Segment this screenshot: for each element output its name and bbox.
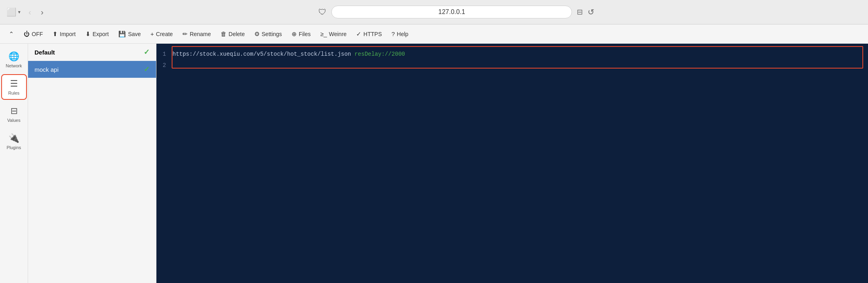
delete-icon: 🗑: [221, 30, 227, 37]
sidebar-toggle-icon: ⬜: [6, 7, 16, 17]
editor-line-2: 2: [156, 61, 868, 73]
plugins-icon: 🔌: [8, 133, 19, 144]
export-icon: ⬇: [85, 30, 91, 38]
rule-item-default[interactable]: Default ✓: [28, 44, 156, 61]
address-bar-input[interactable]: [331, 6, 572, 18]
editor-content: 1 https://stock.xueqiu.com/v5/stock/hot_…: [156, 47, 868, 76]
shield-icon: 🛡: [318, 8, 327, 17]
collapse-button[interactable]: ⌃: [5, 28, 18, 40]
sidebar-item-values-label: Values: [7, 118, 20, 123]
rules-icon: ☰: [10, 79, 18, 89]
line-1-url: https://stock.xueqiu.com/v5/stock/hot_st…: [172, 51, 351, 57]
line-content-1[interactable]: https://stock.xueqiu.com/v5/stock/hot_st…: [172, 51, 868, 57]
app-toolbar: ⌃ ⏻ OFF ⬆ Import ⬇ Export 💾 Save + Creat…: [0, 24, 868, 44]
rule-item-mock-api-label: mock api: [34, 66, 59, 73]
help-button[interactable]: ? Help: [387, 28, 412, 40]
network-icon: 🌐: [8, 51, 19, 62]
export-button[interactable]: ⬇ Export: [81, 28, 113, 40]
rename-button[interactable]: ✏ Rename: [178, 28, 215, 40]
save-icon: 💾: [118, 30, 126, 38]
off-button[interactable]: ⏻ OFF: [20, 28, 47, 40]
sidebar-item-values[interactable]: ⊟ Values: [1, 101, 27, 127]
translate-icon: ⊟: [577, 8, 583, 16]
rule-list-panel: Default ✓ mock api ✓: [28, 44, 156, 283]
https-button[interactable]: ✓ HTTPS: [352, 28, 386, 40]
delete-button[interactable]: 🗑 Delete: [217, 28, 249, 40]
sidebar-toggle-button[interactable]: ⬜ ▾: [6, 7, 20, 17]
main-area: 🌐 Network ☰ Rules ⊟ Values 🔌 Plugins Def…: [0, 44, 868, 283]
delete-label: Delete: [229, 31, 245, 37]
create-button[interactable]: + Create: [146, 28, 177, 40]
settings-button[interactable]: ⚙ Settings: [250, 28, 286, 40]
files-icon: ⊕: [292, 30, 297, 38]
rule-item-default-label: Default: [34, 49, 55, 56]
line-content-2[interactable]: [172, 62, 868, 69]
sidebar-item-plugins[interactable]: 🔌 Plugins: [1, 129, 27, 154]
collapse-icon: ⌃: [9, 30, 14, 38]
sidebar-item-rules-label: Rules: [8, 91, 19, 95]
files-button[interactable]: ⊕ Files: [288, 28, 315, 40]
power-icon: ⏻: [24, 30, 30, 37]
import-button[interactable]: ⬆ Import: [49, 28, 80, 40]
sidebar: 🌐 Network ☰ Rules ⊟ Values 🔌 Plugins: [0, 44, 28, 283]
save-label: Save: [128, 31, 141, 37]
export-label: Export: [93, 31, 109, 37]
sidebar-item-network-label: Network: [6, 63, 22, 68]
create-icon: +: [150, 30, 154, 37]
refresh-icon[interactable]: ↺: [588, 7, 594, 17]
https-label: HTTPS: [363, 31, 382, 37]
weinre-label: Weinre: [329, 31, 347, 37]
sidebar-item-plugins-label: Plugins: [6, 145, 21, 150]
line-1-directive: resDelay://2000: [351, 51, 405, 57]
rename-label: Rename: [190, 31, 211, 37]
help-label: Help: [397, 31, 408, 37]
sidebar-item-rules[interactable]: ☰ Rules: [1, 74, 27, 100]
weinre-icon: ≥_: [320, 30, 327, 37]
rule-item-mock-api-check: ✓: [144, 65, 150, 74]
rule-item-mock-api[interactable]: mock api ✓: [28, 61, 156, 78]
back-button[interactable]: ‹: [25, 6, 34, 18]
off-label: OFF: [32, 31, 43, 37]
settings-label: Settings: [262, 31, 282, 37]
forward-button[interactable]: ›: [38, 6, 47, 18]
create-label: Create: [156, 31, 173, 37]
files-label: Files: [299, 31, 311, 37]
import-label: Import: [60, 31, 76, 37]
help-icon: ?: [391, 30, 395, 37]
sidebar-toggle-chevron: ▾: [18, 9, 20, 15]
import-icon: ⬆: [53, 30, 58, 38]
values-icon: ⊟: [10, 106, 18, 116]
rule-item-default-check: ✓: [144, 48, 150, 57]
line-number-1: 1: [156, 51, 172, 57]
sidebar-item-network[interactable]: 🌐 Network: [1, 47, 27, 73]
https-icon: ✓: [356, 30, 361, 38]
save-button[interactable]: 💾 Save: [114, 28, 145, 40]
settings-icon: ⚙: [254, 30, 260, 38]
line-number-2: 2: [156, 62, 172, 69]
editor-panel[interactable]: 1 https://stock.xueqiu.com/v5/stock/hot_…: [156, 44, 868, 283]
rename-icon: ✏: [183, 30, 188, 38]
weinre-button[interactable]: ≥_ Weinre: [316, 28, 351, 40]
editor-line-1: 1 https://stock.xueqiu.com/v5/stock/hot_…: [156, 50, 868, 61]
